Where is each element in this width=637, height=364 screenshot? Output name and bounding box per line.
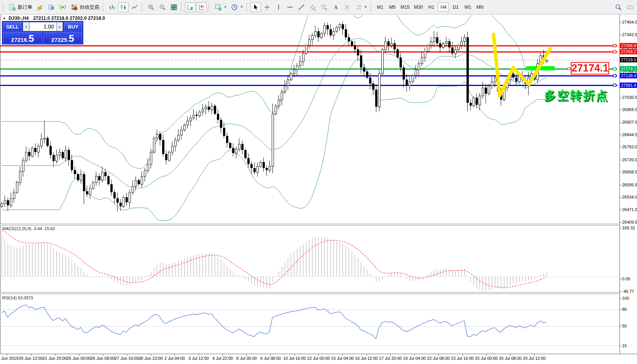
sell-button[interactable]: SELL: [3, 22, 22, 31]
fibonacci-button[interactable]: F: [319, 2, 330, 12]
time-tick: [7, 354, 7, 356]
buy-price[interactable]: 27225.5: [43, 32, 83, 43]
red-box-anchor[interactable]: [568, 67, 570, 70]
crosshair-button[interactable]: [262, 2, 272, 12]
cursor-button[interactable]: [250, 2, 261, 12]
tf-button-M15[interactable]: M15: [399, 3, 411, 12]
time-tick: [342, 354, 343, 356]
horizontal-line-button[interactable]: [285, 2, 295, 12]
channel-button[interactable]: E: [307, 2, 318, 12]
macd-pane-canvas[interactable]: [0, 225, 619, 292]
auto-trading-icon: [70, 3, 78, 11]
tile-windows-icon: [170, 3, 178, 11]
toolbar-group-0: 新订单自动交易: [6, 1, 101, 13]
time-tick: [55, 354, 55, 356]
quotes-button[interactable]: [35, 2, 45, 12]
candlestick-button[interactable]: [118, 2, 129, 12]
quotes-icon: [36, 3, 44, 11]
pane-separator-macd[interactable]: [0, 224, 637, 226]
auto-scroll-button[interactable]: [185, 2, 196, 12]
dropdown-arrow-icon[interactable]: ▼: [240, 5, 243, 9]
search-button[interactable]: [613, 2, 624, 12]
main-chart-canvas[interactable]: [0, 15, 619, 224]
time-tick: [79, 354, 79, 356]
price-tick: 27030.5: [622, 95, 637, 100]
chart-shift-button[interactable]: [196, 2, 207, 12]
toolbar-group-4: ▼▼: [212, 1, 245, 13]
price-line-badge: 27288.8: [620, 43, 637, 48]
toolbar-grip: [181, 3, 183, 11]
time-label: 30 Jun 23:00: [139, 356, 163, 361]
rsi-label: RSI(14) 53.0973: [2, 296, 33, 300]
collapse-arrow-icon[interactable]: ▲: [3, 16, 6, 20]
zoom-in-button[interactable]: [146, 2, 156, 12]
auto-scroll-icon: [186, 3, 194, 11]
buy-button[interactable]: BUY: [64, 22, 82, 31]
signals-button[interactable]: [57, 2, 68, 12]
macd-values: -3.44 -15.82: [32, 226, 55, 231]
toolbar-group-3: [185, 1, 207, 13]
chart-left-border: [0, 14, 0, 364]
toolbar-grip: [370, 3, 373, 11]
time-label: 19 Jul 04:00: [403, 356, 426, 361]
time-label: 23 Jul 16:00: [451, 356, 474, 361]
rsi-axis-tick: 80: [622, 307, 627, 312]
tf-button-M5[interactable]: M5: [387, 3, 398, 12]
toolbar-group-1: [106, 1, 140, 13]
time-tick: [510, 354, 511, 356]
label-button[interactable]: T: [342, 2, 352, 12]
trendline-button[interactable]: [296, 2, 307, 12]
tile-windows-button[interactable]: [169, 2, 179, 12]
sell-price-pips: 5: [29, 34, 34, 43]
time-axis[interactable]: 19 Jun 201920 Jun 12:0021 Jun 20:0025 Ju…: [0, 354, 637, 364]
tf-button-M30[interactable]: M30: [412, 3, 425, 12]
arrows-button[interactable]: ▼: [353, 2, 369, 12]
rsi-axis-tick: 15: [622, 343, 627, 348]
macd-axis-tick: 169.32: [622, 226, 635, 230]
price-line-badge: 27138.4: [620, 73, 637, 78]
line-chart-button[interactable]: [129, 2, 140, 12]
time-label: 29 Jul 12:00: [523, 356, 546, 361]
vertical-line-button[interactable]: [273, 2, 284, 12]
bar-chart-button[interactable]: [107, 2, 117, 12]
volume-increase-button[interactable]: ▲: [57, 22, 63, 31]
rsi-pane-canvas[interactable]: [0, 293, 619, 354]
sell-price-main: 27216: [11, 37, 27, 43]
zoom-out-icon: [159, 3, 166, 11]
price-line-badge: 27091.4: [620, 83, 637, 88]
price-axis[interactable]: 27404.027342.527279.527155.027030.526969…: [620, 14, 637, 354]
price-callout-box[interactable]: 27174.1: [571, 62, 609, 75]
text-button[interactable]: A: [330, 2, 341, 12]
auto-trading-button[interactable]: 自动交易: [69, 2, 101, 12]
time-label: 8 Jul 00:00: [236, 356, 257, 361]
price-tick: 26783.0: [622, 145, 637, 149]
zoom-out-button[interactable]: [157, 2, 168, 12]
new-order-button[interactable]: 新订单: [7, 2, 34, 12]
period-clock-button[interactable]: ▼: [229, 2, 245, 12]
tf-button-W1[interactable]: W1: [462, 3, 473, 12]
new-chart-button[interactable]: ▼: [213, 2, 228, 12]
dropdown-arrow-icon[interactable]: ▼: [364, 5, 367, 9]
tf-button-MN[interactable]: MN: [474, 3, 486, 12]
new-order-icon: [8, 3, 16, 11]
time-tick: [271, 354, 271, 356]
chinese-annotation: 多空转折点: [544, 87, 609, 103]
volume-input[interactable]: 1.00: [29, 22, 56, 31]
tf-button-M1[interactable]: M1: [374, 3, 386, 12]
accounts-button[interactable]: [46, 2, 57, 12]
sell-price[interactable]: 27216.5: [3, 32, 42, 43]
tf-button-D1[interactable]: D1: [450, 3, 461, 12]
dropdown-arrow-icon[interactable]: ▼: [224, 5, 227, 9]
volume-decrease-button[interactable]: ▼: [23, 22, 29, 31]
time-label: 25 Jun 00:00: [67, 356, 91, 361]
toolbar-grip: [209, 3, 211, 11]
chat-button[interactable]: [624, 2, 635, 12]
tf-button-H4[interactable]: H4: [438, 3, 449, 12]
one-click-trade-panel: SELL ▼ 1.00 ▲ BUY 27216.5 27225.5: [2, 21, 83, 45]
pane-separator-rsi[interactable]: [0, 292, 637, 294]
tf-button-H1[interactable]: H1: [425, 3, 437, 12]
ohlc-header: ▲ DJ30-,H4 27211.0 27218.0 27202.0 27218…: [3, 16, 105, 21]
period-clock-icon: [231, 3, 238, 11]
time-label: 25 Jul 00:00: [475, 356, 498, 361]
time-tick: [462, 354, 463, 356]
